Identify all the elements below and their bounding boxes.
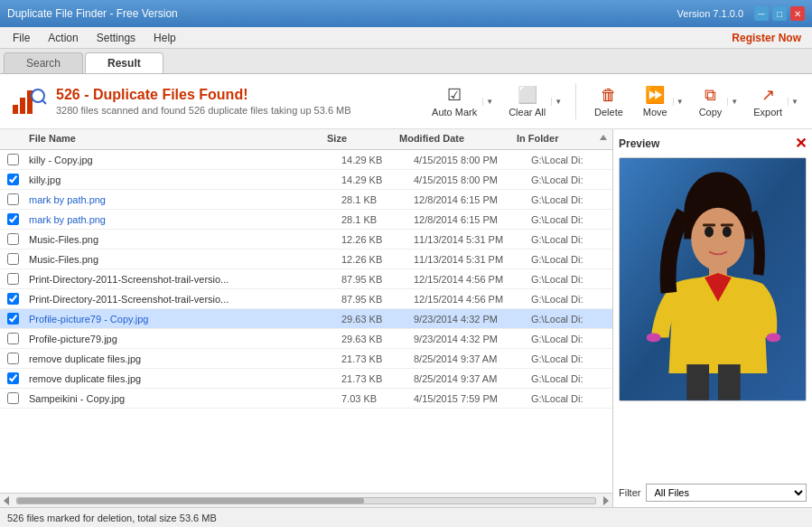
preview-area: Preview ✕	[613, 129, 812, 507]
move-split-btn[interactable]: ⏩ Move ▼	[638, 81, 686, 121]
table-row[interactable]: mark by path.png28.1 KB12/8/2014 6:15 PM…	[0, 210, 612, 230]
file-size-cell: 14.29 KB	[341, 155, 414, 165]
file-checkbox[interactable]	[7, 253, 19, 265]
file-list-scroll[interactable]: killy - Copy.jpg14.29 KB4/15/2015 8:00 P…	[0, 150, 612, 493]
result-chart-icon	[11, 83, 47, 119]
clearall-label: Clear All	[509, 107, 546, 118]
table-row[interactable]: Profile-picture79.jpg29.63 KB9/23/2014 4…	[0, 329, 612, 349]
row-checkbox[interactable]	[0, 273, 25, 285]
file-modified-cell: 8/25/2014 9:37 AM	[414, 353, 531, 364]
file-folder-cell: G:\Local Di:	[531, 393, 612, 404]
table-row[interactable]: Print-Directory-2011-Screenshot-trail-ve…	[0, 269, 612, 289]
file-folder-cell: G:\Local Di:	[531, 353, 612, 364]
result-actions: ☑ Auto Mark ▼ ⬜ Clear All ▼ 🗑 Delete	[426, 81, 801, 121]
file-checkbox[interactable]	[7, 233, 19, 245]
file-modified-cell: 11/13/2014 5:31 PM	[414, 254, 531, 265]
menu-help[interactable]: Help	[145, 30, 185, 46]
file-checkbox[interactable]	[7, 174, 19, 185]
automark-button[interactable]: ☑ Auto Mark	[426, 81, 482, 121]
file-name-cell: Sampeikini - Copy.jpg	[25, 393, 341, 404]
table-row[interactable]: Music-Files.png12.26 KB11/13/2014 5:31 P…	[0, 249, 612, 269]
row-checkbox[interactable]	[0, 392, 25, 404]
row-checkbox[interactable]	[0, 353, 25, 364]
copy-dropdown-arrow[interactable]: ▼	[727, 98, 741, 106]
svg-marker-6	[4, 496, 9, 505]
table-row[interactable]: killy.jpg14.29 KB4/15/2015 8:00 PMG:\Loc…	[0, 170, 612, 190]
export-split-btn[interactable]: ↗ Export ▼	[748, 81, 801, 121]
move-dropdown-arrow[interactable]: ▼	[673, 98, 686, 106]
scroll-left-icon[interactable]	[0, 494, 14, 507]
row-checkbox[interactable]	[0, 174, 25, 185]
file-checkbox[interactable]	[7, 213, 19, 225]
file-name-cell: Profile-picture79.jpg	[25, 334, 341, 344]
result-icon	[11, 83, 47, 119]
preview-close-button[interactable]: ✕	[795, 135, 807, 152]
maximize-button[interactable]: □	[772, 6, 787, 21]
copy-button[interactable]: ⧉ Copy	[694, 82, 728, 121]
svg-point-13	[723, 227, 732, 238]
table-row[interactable]: mark by path.png28.1 KB12/8/2014 6:15 PM…	[0, 190, 612, 210]
tab-search[interactable]: Search	[4, 52, 83, 73]
file-modified-cell: 12/8/2014 6:15 PM	[414, 214, 531, 225]
move-button[interactable]: ⏩ Move	[638, 81, 673, 121]
table-row[interactable]: Profile-picture79 - Copy.jpg29.63 KB9/23…	[0, 309, 612, 329]
automark-dropdown-arrow[interactable]: ▼	[482, 98, 496, 106]
file-checkbox[interactable]	[7, 392, 19, 404]
menu-file[interactable]: File	[4, 30, 39, 46]
svg-rect-1	[20, 98, 25, 114]
menu-action[interactable]: Action	[39, 30, 87, 46]
row-checkbox[interactable]	[0, 233, 25, 245]
file-checkbox[interactable]	[7, 313, 19, 325]
table-row[interactable]: remove duplicate files.jpg21.73 KB8/25/2…	[0, 349, 612, 369]
row-checkbox[interactable]	[0, 253, 25, 265]
automark-split-btn[interactable]: ☑ Auto Mark ▼	[426, 81, 496, 121]
file-modified-cell: 12/8/2014 6:15 PM	[414, 194, 531, 205]
preview-header: Preview ✕	[619, 135, 807, 152]
row-checkbox[interactable]	[0, 193, 25, 205]
file-checkbox[interactable]	[7, 293, 19, 305]
horizontal-scrollbar[interactable]	[0, 493, 612, 507]
file-checkbox[interactable]	[7, 154, 19, 165]
export-dropdown-arrow[interactable]: ▼	[788, 98, 801, 106]
close-button[interactable]: ✕	[790, 6, 805, 21]
automark-icon: ☑	[447, 85, 462, 105]
table-row[interactable]: Music-Files.png12.26 KB11/13/2014 5:31 P…	[0, 230, 612, 249]
row-checkbox[interactable]	[0, 213, 25, 225]
clearall-button[interactable]: ⬜ Clear All	[503, 81, 551, 121]
filter-select[interactable]: All Files Images Documents Audio Video	[646, 484, 807, 502]
file-checkbox[interactable]	[7, 193, 19, 205]
header-check	[0, 133, 25, 146]
row-checkbox[interactable]	[0, 313, 25, 325]
file-size-cell: 28.1 KB	[341, 214, 414, 225]
minimize-button[interactable]: ─	[754, 6, 769, 21]
tab-result[interactable]: Result	[85, 52, 163, 73]
table-row[interactable]: Print-Directory-2011-Screenshot-trail-ve…	[0, 289, 612, 309]
svg-line-4	[42, 100, 46, 104]
scroll-right-icon[interactable]	[598, 494, 612, 507]
menu-settings[interactable]: Settings	[88, 30, 145, 46]
register-now-link[interactable]: Register Now	[732, 32, 808, 44]
row-checkbox[interactable]	[0, 372, 25, 384]
table-row[interactable]: Sampeikini - Copy.jpg7.03 KB4/15/2015 7:…	[0, 389, 612, 409]
file-folder-cell: G:\Local Di:	[531, 214, 612, 225]
row-checkbox[interactable]	[0, 333, 25, 344]
file-folder-cell: G:\Local Di:	[531, 194, 612, 205]
clearall-split-btn[interactable]: ⬜ Clear All ▼	[503, 81, 565, 121]
svg-marker-7	[603, 496, 609, 505]
file-checkbox[interactable]	[7, 353, 19, 364]
row-checkbox[interactable]	[0, 293, 25, 305]
delete-button[interactable]: 🗑 Delete	[587, 82, 630, 121]
file-size-cell: 7.03 KB	[341, 393, 414, 404]
copy-split-btn[interactable]: ⧉ Copy ▼	[694, 82, 742, 121]
row-checkbox[interactable]	[0, 154, 25, 165]
file-checkbox[interactable]	[7, 273, 19, 285]
export-button[interactable]: ↗ Export	[748, 81, 788, 121]
file-checkbox[interactable]	[7, 372, 19, 384]
file-checkbox[interactable]	[7, 333, 19, 344]
clearall-dropdown-arrow[interactable]: ▼	[551, 98, 565, 106]
file-modified-cell: 12/15/2014 4:56 PM	[414, 274, 531, 285]
table-row[interactable]: killy - Copy.jpg14.29 KB4/15/2015 8:00 P…	[0, 150, 612, 170]
table-row[interactable]: remove duplicate files.jpg21.73 KB8/25/2…	[0, 369, 612, 389]
file-size-cell: 12.26 KB	[341, 254, 414, 265]
move-icon: ⏩	[645, 85, 665, 105]
